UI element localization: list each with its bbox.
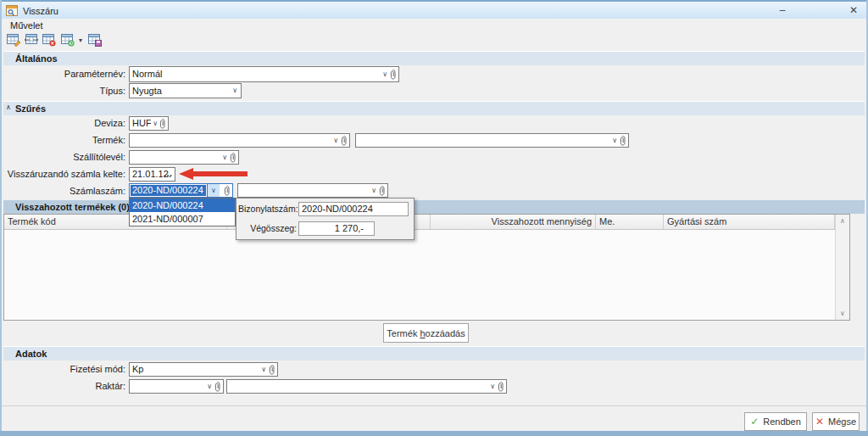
window-title: Visszáru (23, 3, 58, 19)
section-title-products: Visszahozott termékek (0) (15, 202, 130, 212)
close-button[interactable]: ✕ (844, 2, 863, 19)
warehouse-combobox-2[interactable]: ∨ (226, 379, 507, 394)
paperclip-icon[interactable] (619, 135, 626, 146)
invoice-number-value-2 (241, 184, 367, 197)
delivery-note-combobox[interactable]: ∨ (129, 150, 239, 165)
chevron-down-icon[interactable]: ∨ (490, 382, 495, 389)
chevron-down-icon[interactable]: ∨ (333, 136, 338, 143)
invoice-number-value: 2020-ND/000224 (131, 185, 206, 196)
section-header-general: Általános (3, 51, 865, 65)
invoice-date-label: Visszáruzandó számla kelte: (0, 167, 125, 182)
payment-method-value: Kp (132, 363, 257, 376)
invoice-number-dropdown: 2020-ND/000224 2021-ND/000007 (129, 198, 236, 226)
col-header-returned-qty[interactable]: Visszahozott mennyiség (431, 215, 596, 229)
product-value-2 (359, 134, 608, 147)
type-value: Nyugta (132, 84, 229, 98)
chevron-down-icon: ∨ (211, 187, 216, 194)
products-table: Termék kód Visszahozott mennyiség Me. Gy… (3, 214, 850, 321)
dropdown-item[interactable]: 2021-ND/000007 (130, 212, 235, 226)
section-title-filter: Szűrés (15, 103, 46, 114)
add-product-label: Termék hozzáadás (387, 328, 465, 338)
menu-item-muvelet[interactable]: Művelet (7, 19, 47, 32)
add-product-button[interactable]: Termék hozzáadás (383, 323, 469, 343)
cancel-button-label: Mégse (828, 416, 856, 427)
col-header-serial[interactable]: Gyártási szám (664, 215, 835, 229)
total-field[interactable]: 1 270,- (298, 221, 375, 236)
visszaru-dialog: Visszáru – ✕ Művelet (0, 0, 868, 436)
currency-value: HUF (132, 117, 151, 130)
invoice-number-label: Számlaszám: (0, 184, 125, 198)
table-vertical-scrollbar[interactable]: ∧ ∨ (835, 215, 849, 320)
scroll-down-icon[interactable]: ∨ (836, 307, 849, 320)
paperclip-icon[interactable] (268, 364, 275, 375)
red-arrow-annotation (193, 171, 248, 176)
chevron-down-icon[interactable]: ∨ (207, 382, 212, 389)
delivery-note-value (132, 151, 218, 164)
toolbar-dropdown-icon[interactable]: ▾ (76, 35, 85, 47)
chevron-down-button[interactable]: ∨ (207, 184, 220, 197)
warehouse-value-2 (230, 380, 486, 393)
payment-method-combobox[interactable]: Kp ∨ (129, 362, 278, 377)
dropdown-item[interactable]: 2020-ND/000224 (130, 198, 235, 212)
param-name-value: Normál (132, 67, 378, 81)
table-columns-icon[interactable] (24, 33, 40, 48)
section-header-data: Adatok (3, 346, 865, 361)
check-icon: ✓ (750, 416, 759, 428)
ok-button-label: Rendben (763, 416, 801, 427)
type-combobox[interactable]: Nyugta ∨ (129, 83, 242, 98)
section-title-general: Általános (15, 53, 58, 64)
chevron-down-icon[interactable]: ∨ (222, 153, 227, 160)
paperclip-icon[interactable] (378, 185, 386, 196)
paperclip-icon[interactable] (223, 185, 231, 196)
table-save-icon[interactable] (87, 33, 103, 48)
ok-button[interactable]: ✓ Rendben (744, 412, 807, 431)
window-icon (6, 5, 19, 19)
minimize-button[interactable]: – (773, 2, 792, 19)
window-left-edge (0, 0, 2, 436)
warehouse-label: Raktár: (0, 379, 125, 394)
currency-label: Deviza: (0, 116, 125, 131)
paperclip-icon[interactable] (497, 381, 504, 392)
paperclip-icon[interactable] (340, 135, 348, 146)
paperclip-icon[interactable] (214, 381, 221, 392)
paperclip-icon[interactable] (229, 152, 236, 163)
chevron-down-icon[interactable]: ∨ (153, 119, 158, 126)
delivery-note-label: Szállítólevél: (0, 150, 125, 165)
product-label: Termék: (0, 133, 125, 148)
chevron-down-icon[interactable]: ∨ (612, 136, 617, 143)
section-header-filter: Szűrés (3, 101, 865, 115)
invoice-date-field[interactable]: 21.01.12. … (129, 167, 175, 182)
table-refresh-icon[interactable] (60, 33, 76, 48)
paperclip-icon[interactable] (159, 118, 166, 129)
param-name-combobox[interactable]: Normál ∨ (129, 66, 399, 82)
red-arrow-head (179, 168, 193, 180)
scroll-up-icon[interactable]: ∧ (836, 215, 849, 227)
window-bottom-edge (0, 431, 868, 436)
paperclip-icon[interactable] (389, 69, 397, 80)
warehouse-combobox-1[interactable]: ∨ (129, 379, 224, 394)
table-edit-icon[interactable] (6, 33, 22, 48)
menu-bar: Művelet (2, 19, 866, 32)
currency-combobox[interactable]: HUF ∨ (129, 116, 169, 131)
product-value-1 (132, 134, 329, 147)
chevron-down-icon[interactable]: ∨ (371, 186, 376, 193)
doc-number-field[interactable]: 2020-ND/000224 (298, 202, 409, 216)
cancel-button[interactable]: ✕ Mégse (812, 412, 860, 431)
invoice-info-popup: Bizonylatszám: 2020-ND/000224 Végösszeg:… (236, 198, 415, 240)
chevron-down-icon[interactable]: ∨ (261, 365, 266, 372)
toolbar: ▾ (2, 32, 866, 49)
product-combobox-1[interactable]: ∨ (129, 133, 350, 148)
collapse-caret-icon[interactable]: ∧ (4, 103, 13, 111)
table-delete-icon[interactable] (42, 33, 58, 48)
product-combobox-2[interactable]: ∨ (355, 133, 629, 148)
invoice-number-combobox-2[interactable]: ∨ (237, 183, 388, 198)
invoice-number-combobox[interactable]: 2020-ND/000224 ∨ (129, 183, 233, 198)
date-picker-button[interactable]: … (163, 168, 174, 179)
col-header-unit[interactable]: Me. (596, 215, 664, 229)
chevron-down-icon[interactable]: ∨ (232, 87, 237, 94)
type-label: Típus: (0, 84, 125, 98)
total-label: Végösszeg: (238, 221, 297, 236)
chevron-down-icon[interactable]: ∨ (382, 70, 387, 77)
footer-divider (0, 405, 868, 406)
x-icon: ✕ (815, 416, 824, 428)
